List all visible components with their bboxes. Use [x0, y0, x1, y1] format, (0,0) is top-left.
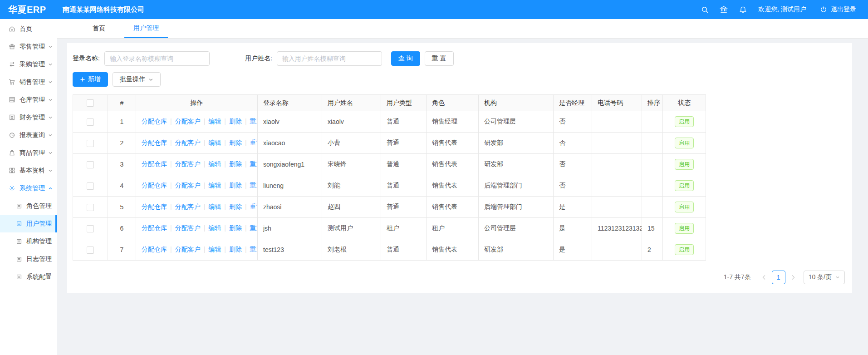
edit-link[interactable]: 编辑	[208, 246, 221, 253]
sidebar-subitem-label: 系统配置	[26, 273, 52, 281]
document-icon	[16, 256, 22, 262]
col-header-manager: 是否经理	[554, 95, 592, 111]
batch-operations-button[interactable]: 批量操作	[113, 72, 161, 87]
sidebar-item-purchase[interactable]: 采购管理	[0, 55, 57, 73]
row-checkbox[interactable]	[87, 225, 94, 232]
row-checkbox[interactable]	[87, 182, 94, 190]
delete-link[interactable]: 删除	[229, 139, 242, 146]
sidebar-item-goods[interactable]: 商品管理	[0, 144, 57, 162]
sidebar-item-home[interactable]: 首页	[0, 20, 57, 38]
page-number-button[interactable]: 1	[772, 271, 785, 284]
action-separator: |	[224, 182, 226, 189]
sidebar-item-reports[interactable]: 报表查询	[0, 126, 57, 144]
next-page-icon[interactable]	[787, 271, 799, 284]
assign-warehouse-link[interactable]: 分配仓库	[142, 118, 167, 125]
delete-link[interactable]: 删除	[229, 118, 242, 125]
sidebar-subitem-config[interactable]: 系统配置	[0, 268, 57, 286]
tab-home[interactable]: 首页	[83, 19, 114, 38]
action-separator: |	[170, 246, 172, 253]
delete-link[interactable]: 删除	[229, 224, 242, 232]
sidebar-item-label: 基本资料	[20, 167, 48, 175]
search-icon[interactable]	[700, 5, 709, 14]
assign-customer-link[interactable]: 分配客户	[175, 224, 201, 232]
col-header-status: 状态	[663, 95, 706, 111]
edit-link[interactable]: 编辑	[208, 203, 221, 210]
tab-user-management[interactable]: 用户管理	[124, 19, 168, 38]
sidebar-item-retail[interactable]: 零售管理	[0, 38, 57, 55]
sidebar-item-sales[interactable]: 销售管理	[0, 73, 57, 91]
sidebar-subitem-users[interactable]: 用户管理	[0, 215, 57, 232]
row-checkbox[interactable]	[87, 161, 94, 168]
reset-password-link[interactable]: 重置密码	[250, 182, 258, 189]
assign-customer-link[interactable]: 分配客户	[175, 160, 201, 168]
login-name-input[interactable]	[104, 51, 210, 66]
reset-password-link[interactable]: 重置密码	[250, 203, 258, 210]
logout-button[interactable]: 退出登录	[819, 5, 856, 14]
edit-link[interactable]: 编辑	[208, 118, 221, 125]
prev-page-icon[interactable]	[758, 271, 770, 284]
sidebar-subitem-logs[interactable]: 日志管理	[0, 250, 57, 268]
sidebar-item-label: 零售管理	[20, 43, 48, 51]
action-separator: |	[170, 224, 172, 232]
query-button[interactable]: 查 询	[391, 51, 420, 66]
row-phone	[592, 133, 642, 154]
sidebar-item-label: 商品管理	[20, 149, 48, 157]
money-icon	[9, 114, 15, 121]
reset-password-link[interactable]: 重置密码	[250, 160, 258, 168]
assign-customer-link[interactable]: 分配客户	[175, 139, 201, 146]
row-sort	[642, 111, 663, 133]
row-checkbox[interactable]	[87, 247, 94, 254]
action-separator: |	[204, 224, 206, 232]
reset-password-link[interactable]: 重置密码	[250, 118, 258, 125]
row-checkbox[interactable]	[87, 118, 94, 126]
edit-link[interactable]: 编辑	[208, 224, 221, 232]
sidebar-subitem-label: 机构管理	[26, 237, 52, 246]
reset-button[interactable]: 重 置	[425, 51, 454, 66]
bank-icon[interactable]	[719, 5, 728, 14]
delete-link[interactable]: 删除	[229, 203, 242, 210]
edit-link[interactable]: 编辑	[208, 139, 221, 146]
header-actions: 欢迎您, 测试用户 退出登录	[690, 5, 868, 14]
reset-password-link[interactable]: 重置密码	[250, 246, 258, 253]
row-sort	[642, 175, 663, 197]
assign-customer-link[interactable]: 分配客户	[175, 203, 201, 210]
sidebar-item-finance[interactable]: 财务管理	[0, 108, 57, 126]
assign-warehouse-link[interactable]: 分配仓库	[142, 203, 167, 210]
row-manager: 是	[554, 197, 592, 218]
sidebar-item-warehouse[interactable]: 仓库管理	[0, 91, 57, 108]
assign-warehouse-link[interactable]: 分配仓库	[142, 139, 167, 146]
assign-warehouse-link[interactable]: 分配仓库	[142, 160, 167, 168]
assign-customer-link[interactable]: 分配客户	[175, 182, 201, 189]
edit-link[interactable]: 编辑	[208, 182, 221, 189]
user-name-input[interactable]	[277, 51, 382, 66]
row-checkbox[interactable]	[87, 140, 94, 147]
assign-warehouse-link[interactable]: 分配仓库	[142, 182, 167, 189]
assign-customer-link[interactable]: 分配客户	[175, 118, 201, 125]
sidebar-item-system[interactable]: 系统管理	[0, 179, 57, 197]
row-select-cell	[73, 175, 108, 197]
reset-password-link[interactable]: 重置密码	[250, 224, 258, 232]
delete-link[interactable]: 删除	[229, 160, 242, 168]
sidebar-subitem-orgs[interactable]: 机构管理	[0, 232, 57, 250]
select-all-checkbox[interactable]	[87, 99, 94, 107]
reset-password-link[interactable]: 重置密码	[250, 139, 258, 146]
add-button[interactable]: 新增	[73, 72, 108, 87]
sidebar-subitem-roles[interactable]: 角色管理	[0, 197, 57, 215]
action-separator: |	[204, 160, 206, 168]
chevron-down-icon	[48, 151, 53, 155]
assign-warehouse-link[interactable]: 分配仓库	[142, 246, 167, 253]
action-separator: |	[245, 246, 247, 253]
sidebar-item-basic-data[interactable]: 基本资料	[0, 162, 57, 179]
row-role: 销售代表	[427, 133, 479, 154]
bell-icon[interactable]	[738, 5, 747, 14]
row-checkbox[interactable]	[87, 204, 94, 211]
row-phone: 1123123123132	[592, 218, 642, 239]
assign-customer-link[interactable]: 分配客户	[175, 246, 201, 253]
action-separator: |	[204, 246, 206, 253]
assign-warehouse-link[interactable]: 分配仓库	[142, 224, 167, 232]
edit-link[interactable]: 编辑	[208, 160, 221, 168]
row-actions: 分配仓库|分配客户|编辑|删除|重置密码	[136, 218, 258, 239]
delete-link[interactable]: 删除	[229, 182, 242, 189]
page-size-select[interactable]: 10 条/页	[804, 271, 845, 284]
delete-link[interactable]: 删除	[229, 246, 242, 253]
